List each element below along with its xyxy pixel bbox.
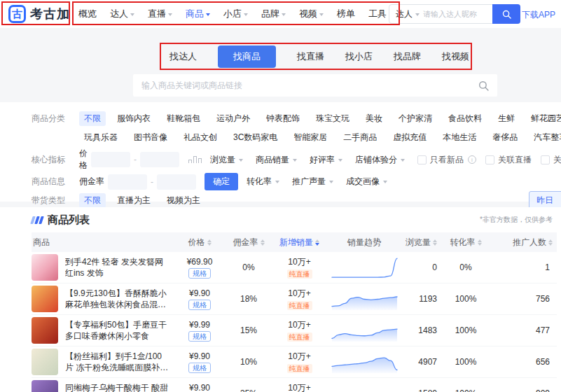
category-chip[interactable]: 3C数码家电: [228, 130, 282, 145]
category-chip[interactable]: 个护家清: [394, 111, 437, 126]
col-commission-sort[interactable]: 佣金率: [228, 237, 270, 248]
spec-badge[interactable]: 规格: [188, 268, 211, 279]
product-title[interactable]: 【9.9元130包】香酥酥脆小麻花单独包装休闲食品混合口味...: [65, 288, 170, 310]
product-thumbnail[interactable]: [32, 317, 58, 344]
sales-value: 10万+: [270, 288, 329, 300]
category-chip[interactable]: 鲜花园艺: [526, 111, 561, 126]
sort-arrows-icon: [478, 239, 482, 246]
sales-channel-tag: 纯直播: [287, 364, 312, 373]
category-chip[interactable]: 服饰内衣: [112, 111, 155, 126]
tab-find-video[interactable]: 找视频: [442, 50, 469, 63]
nav-item-shop[interactable]: 小店: [223, 8, 248, 20]
product-title[interactable]: 到手42件 轻奢 发夹发簪网红ins 发饰: [65, 256, 170, 279]
chevron-down-icon: [329, 181, 333, 186]
spec-badge[interactable]: 规格: [188, 300, 211, 310]
category-chip[interactable]: 图书音像: [129, 130, 172, 145]
category-chip[interactable]: 运动户外: [212, 111, 255, 126]
product-title[interactable]: 【粉丝福利】到手1盒/100片 冻干粉免洗睡眠面膜补水保湿提...: [65, 351, 170, 373]
table-row[interactable]: 到手42件 轻奢 发夹发簪网红ins 发饰 ¥69.90规格 0% 10万+纯直…: [32, 252, 557, 284]
category-chip[interactable]: 玩具乐器: [79, 130, 123, 145]
chevron-down-icon: [206, 13, 210, 18]
category-chip[interactable]: 礼品文创: [179, 130, 222, 145]
product-thumbnail[interactable]: [32, 380, 58, 392]
category-chip[interactable]: 智能家居: [289, 130, 332, 145]
price-min-input[interactable]: [91, 152, 130, 167]
topbar-search: 达人: [389, 4, 520, 24]
download-app-link[interactable]: 下载APP: [522, 9, 555, 21]
table-row[interactable]: 同缃梅子乌梅干酸梅干 酸甜梅 400克/罐独立包装 ¥9.90规格 35% 10…: [32, 378, 557, 392]
nav-item-product[interactable]: 商品: [186, 8, 210, 20]
conversion-filter-dropdown[interactable]: 转化率: [247, 176, 279, 188]
tab-find-brand[interactable]: 找品牌: [394, 50, 421, 63]
type-chip[interactable]: 直播为主: [112, 193, 155, 208]
list-title: 商品列表: [48, 214, 90, 227]
sales-filter-dropdown[interactable]: 商品销量: [256, 154, 297, 166]
type-chip[interactable]: 视频为主: [162, 193, 205, 208]
col-conversion-sort[interactable]: 转化率: [441, 237, 490, 248]
product-search-input[interactable]: [141, 80, 478, 90]
chevron-down-icon: [383, 181, 387, 186]
brand-logo[interactable]: 古 考古加: [8, 5, 70, 23]
shop-score-filter-dropdown[interactable]: 店铺体验分: [355, 154, 405, 166]
category-chip[interactable]: 鞋靴箱包: [162, 111, 205, 126]
product-thumbnail[interactable]: [32, 286, 58, 312]
col-views-sort[interactable]: 浏览量: [399, 237, 441, 248]
search-category-select[interactable]: 达人: [389, 8, 423, 20]
deal-profile-filter-dropdown[interactable]: 成交画像: [346, 176, 387, 188]
nav-item-overview[interactable]: 概览: [78, 8, 97, 20]
product-title[interactable]: 【专享福利50包】手磨豆干多口味香嫩休闲小零食: [65, 319, 170, 342]
col-new-sales-sort[interactable]: 新增销量: [270, 237, 329, 248]
col-price-sort[interactable]: 价格: [172, 237, 228, 248]
category-chip[interactable]: 美妆: [361, 111, 387, 126]
sales-value: 10万+: [270, 319, 329, 331]
linked-video-checkbox[interactable]: 关联视频: [541, 154, 561, 166]
table-row[interactable]: 【粉丝福利】到手1盒/100片 冻干粉免洗睡眠面膜补水保湿提... ¥9.90规…: [32, 346, 557, 378]
type-chip[interactable]: 不限: [79, 193, 106, 208]
linked-live-checkbox[interactable]: 关联直播: [485, 154, 532, 166]
nav-item-influencer[interactable]: 达人: [110, 8, 134, 20]
views-filter-dropdown[interactable]: 浏览量: [210, 154, 243, 166]
category-chip[interactable]: 本地生活: [438, 130, 481, 145]
topbar-search-button[interactable]: [492, 4, 520, 24]
sales-trend-sparkline: [331, 382, 398, 392]
col-product: 商品: [32, 237, 172, 248]
category-chip[interactable]: 不限: [79, 111, 106, 126]
search-icon[interactable]: [478, 80, 489, 91]
product-thumbnail[interactable]: [32, 349, 58, 375]
topbar-search-input[interactable]: [423, 10, 492, 18]
commission-max-input[interactable]: [157, 174, 196, 190]
category-chip[interactable]: 虚拟充值: [388, 130, 431, 145]
confirm-button[interactable]: 确定: [205, 173, 238, 190]
category-chip[interactable]: 钟表配饰: [261, 111, 305, 126]
spec-badge[interactable]: 规格: [188, 331, 211, 342]
histogram-icon[interactable]: [188, 156, 202, 163]
category-chip[interactable]: 生鲜: [493, 111, 520, 126]
nav-item-live[interactable]: 直播: [148, 8, 172, 20]
checkbox-icon: [541, 155, 550, 164]
tab-find-influencer[interactable]: 找达人: [169, 50, 197, 63]
filter-product-info-row: 商品信息 佣金率 - 确定 转化率 推广声量 成交画像: [32, 173, 551, 190]
tab-find-product[interactable]: 找商品: [218, 46, 276, 68]
table-row[interactable]: 【9.9元130包】香酥酥脆小麻花单独包装休闲食品混合口味... ¥9.90规格…: [32, 284, 557, 315]
category-chip[interactable]: 食品饮料: [443, 111, 487, 126]
search-type-tabs: 找达人 找商品 找直播 找小店 找品牌 找视频: [169, 43, 469, 70]
category-chip[interactable]: 奢侈品: [487, 130, 522, 145]
promotion-volume-filter-dropdown[interactable]: 推广声量: [292, 176, 333, 188]
table-row[interactable]: 【专享福利50包】手磨豆干多口味香嫩休闲小零食 ¥9.99规格 15% 10万+…: [32, 315, 557, 346]
rating-filter-dropdown[interactable]: 好评率: [310, 154, 342, 166]
nav-item-ranking[interactable]: 榜单: [337, 8, 355, 20]
price-max-input[interactable]: [140, 152, 179, 167]
tab-find-shop[interactable]: 找小店: [345, 50, 373, 63]
product-thumbnail[interactable]: [32, 254, 58, 281]
new-product-checkbox[interactable]: 只看新品i: [417, 154, 476, 166]
nav-item-video[interactable]: 视频: [299, 8, 324, 20]
category-chip[interactable]: 二手商品: [338, 130, 382, 145]
spec-badge[interactable]: 规格: [188, 363, 211, 373]
product-title[interactable]: 同缃梅子乌梅干酸梅干 酸甜梅 400克/罐独立包装: [65, 382, 170, 392]
col-promoters-sort[interactable]: 推广人数: [490, 237, 557, 248]
commission-min-input[interactable]: [108, 174, 147, 190]
nav-item-brand[interactable]: 品牌: [261, 8, 286, 20]
category-chip[interactable]: 珠宝文玩: [311, 111, 354, 126]
tab-find-live[interactable]: 找直播: [297, 50, 324, 63]
category-chip[interactable]: 汽车整车: [529, 130, 561, 145]
